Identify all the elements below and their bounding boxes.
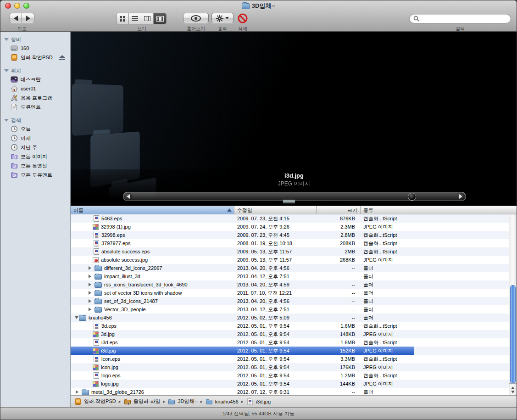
table-row-5463.eps[interactable]: 5463.eps2009. 07. 23, 오전 4:15876KB캡슐화...… — [71, 214, 509, 223]
table-row-32998.eps[interactable]: 32998.eps2009. 07. 23, 오전 4:452.8MB캡슐화..… — [71, 231, 509, 239]
table-row-set_of_3d_icons_21487[interactable]: set_of_3d_icons_214872013. 04. 20, 오후 4:… — [71, 297, 509, 305]
cell-name: different_3d_icons_22067 — [71, 265, 234, 271]
scroll-down-button[interactable] — [509, 390, 517, 396]
column-view-button[interactable] — [141, 13, 154, 24]
back-button[interactable] — [10, 13, 22, 23]
table-row-i3d.eps[interactable]: i3d.eps2012. 05. 01, 오후 9:541.6MB캡슐화...t… — [71, 338, 509, 347]
table-row-knaiho456[interactable]: knaiho4562012. 05. 02, 오후 5:09--폴더 — [71, 314, 509, 322]
sidebar-item-오늘[interactable]: 오늘 — [0, 124, 70, 134]
sidebar-item-도큐멘트[interactable]: 도큐멘트 — [0, 102, 70, 112]
sidebar-item-label: 모든 이미지 — [21, 153, 47, 160]
cell-kind: 캡슐화...tScript — [361, 372, 414, 379]
table-row-absolute success.eps[interactable]: absolute success.eps2009. 05. 13, 오후 11:… — [71, 247, 509, 256]
table-row-metal_3d_globe_21726[interactable]: metal_3d_globe_217262012. 07. 12, 오후 6:3… — [71, 388, 509, 395]
table-row-i3d.jpg[interactable]: i3d.jpg2012. 05. 01, 오후 9:54152KBJPEG 이미… — [71, 347, 509, 355]
table-row-impact_illust_3d[interactable]: impact_illust_3d2013. 04. 12, 오후 7:51--폴… — [71, 272, 509, 280]
disclosure-triangle[interactable] — [89, 283, 93, 286]
coverflow-scroll-left-button[interactable] — [124, 193, 132, 200]
sidebar-group-header[interactable]: 위치 — [0, 67, 70, 75]
cell-name: absolute success.jpg — [71, 257, 234, 263]
cell-name: set_of_3d_icons_21487 — [71, 298, 234, 304]
vertical-scrollbar[interactable] — [509, 214, 517, 395]
coverflow-area[interactable]: camomile heart ✓ 3D DESIGNelements & ico… — [71, 32, 517, 206]
split-resize-handle[interactable] — [283, 200, 295, 203]
table-row-32998 (1).jpg[interactable]: 32998 (1).jpg2009. 07. 24, 오후 9:262.3MBJ… — [71, 223, 509, 231]
cover-folder[interactable] — [72, 84, 123, 136]
table-row-Vector_3D_people[interactable]: Vector_3D_people2013. 04. 12, 오후 7:51--폴… — [71, 305, 509, 314]
disclosure-triangle[interactable] — [89, 291, 93, 295]
eps-file-icon — [94, 339, 99, 346]
cell-size: -- — [317, 265, 361, 271]
coverflow-scroll-right-button[interactable] — [457, 193, 465, 200]
column-header-size[interactable]: 크기 — [317, 206, 361, 214]
table-row-3d.eps[interactable]: 3d.eps2012. 05. 01, 오후 9:541.6MB캡슐화...tS… — [71, 322, 509, 330]
disclosure-triangle[interactable] — [89, 308, 93, 311]
path-segment-일러.작업PSD[interactable]: 일러.작업PSD — [74, 398, 116, 405]
sidebar-group-header[interactable]: 장비 — [0, 35, 70, 44]
scroll-up-button[interactable] — [509, 384, 517, 390]
disclosure-triangle[interactable] — [75, 316, 78, 321]
file-name: i3d.eps — [101, 340, 117, 345]
table-row-different_3d_icons_22067[interactable]: different_3d_icons_220672013. 04. 20, 오후… — [71, 264, 509, 272]
quick-look-button[interactable] — [183, 13, 209, 23]
cell-kind: 캡슐화...tScript — [361, 323, 414, 330]
table-row-set of vector 3D icons with shadow[interactable]: set of vector 3D icons with shadow2011. … — [71, 289, 509, 297]
sidebar-item-모든 이미지[interactable]: 모든 이미지 — [0, 152, 70, 161]
disclosure-triangle[interactable] — [89, 299, 93, 303]
search-field[interactable] — [409, 14, 511, 23]
table-row-icon.jpg[interactable]: icon.jpg2012. 05. 01, 오후 9:54176KBJPEG 이… — [71, 363, 509, 371]
eject-button[interactable] — [59, 55, 66, 62]
table-row-3797977.eps[interactable]: 3797977.eps2008. 01. 19, 오전 10:18208KB캡슐… — [71, 239, 509, 247]
sidebar-item-user01[interactable]: user01 — [0, 84, 70, 93]
disclosure-triangle[interactable] — [76, 390, 80, 394]
path-segment-i3d.jpg[interactable]: i3d.jpg — [246, 398, 271, 405]
sidebar-item-모든 동영상[interactable]: 모든 동영상 — [0, 161, 70, 170]
delete-button[interactable] — [237, 12, 249, 24]
sidebar-group-header[interactable]: 검색 — [0, 116, 70, 124]
cell-size: -- — [317, 298, 361, 304]
file-name: logo.eps — [101, 373, 121, 378]
table-row-rss_icons_translucent_3d_look_4690[interactable]: rss_icons_translucent_3d_look_46902013. … — [71, 280, 509, 289]
table-row-icon.eps[interactable]: icon.eps2012. 05. 01, 오후 9:543.3MB캡슐화...… — [71, 355, 509, 363]
file-name: set of vector 3D icons with shadow — [104, 290, 182, 296]
sidebar-item-데스크탑[interactable]: 데스크탑 — [0, 75, 70, 84]
status-bar: 1/43 선택됨, 55.44GB 사용 가능 — [0, 407, 517, 420]
scrollbar-thumb[interactable] — [510, 285, 516, 384]
sidebar-item-지난 주[interactable]: 지난 주 — [0, 143, 70, 152]
cell-size: 2MB — [317, 249, 361, 254]
disclosure-triangle[interactable] — [89, 266, 93, 270]
column-header-date[interactable]: 수정일 — [234, 206, 317, 214]
forward-button[interactable] — [22, 13, 34, 23]
disclosure-triangle[interactable] — [89, 274, 93, 278]
cell-name: set of vector 3D icons with shadow — [71, 290, 234, 296]
sidebar: 장비160일러.작업PSD위치데스크탑user01응용 프로그램도큐멘트검색오늘… — [0, 32, 71, 407]
path-segment-knaiho456[interactable]: knaiho456 — [206, 398, 239, 405]
search-input[interactable] — [419, 16, 507, 22]
table-row-logo.eps[interactable]: logo.eps2012. 05. 01, 오후 9:541.2MB캡슐화...… — [71, 371, 509, 380]
column-header-extra[interactable] — [414, 206, 509, 214]
path-segment-올일러-파일[interactable]: 올일러-파일 — [124, 398, 161, 405]
coverflow-view-button[interactable] — [154, 13, 166, 24]
sidebar-item-모든 도큐멘트[interactable]: 모든 도큐멘트 — [0, 170, 70, 179]
table-row-absolute success.jpg[interactable]: absolute success.jpg2009. 05. 13, 오후 11:… — [71, 256, 509, 264]
file-name: i3d.jpg — [101, 348, 116, 353]
action-button[interactable] — [211, 13, 233, 23]
cell-date-modified: 2012. 05. 01, 오후 9:54 — [234, 347, 317, 354]
icon-view-button[interactable] — [117, 13, 129, 24]
coverflow-scroll-thumb[interactable] — [408, 193, 416, 201]
list-view-button[interactable] — [129, 13, 141, 24]
sidebar-item-응용 프로그램[interactable]: 응용 프로그램 — [0, 93, 70, 102]
title-bar[interactable]: 3D입체-- — [0, 0, 517, 11]
file-name: Vector_3D_people — [104, 307, 146, 312]
sidebar-item-어제[interactable]: 어제 — [0, 134, 70, 143]
cell-kind: 폴더 — [361, 389, 414, 395]
path-segment-3D입체--[interactable]: 3D입체-- — [168, 398, 197, 405]
sidebar-item-160[interactable]: 160 — [0, 44, 70, 53]
sidebar-item-label: 데스크탑 — [21, 76, 41, 83]
sidebar-item-일러.작업PSD[interactable]: 일러.작업PSD — [0, 53, 70, 62]
table-row-logo.jpg[interactable]: logo.jpg2012. 05. 01, 오후 9:54144KBJPEG 이… — [71, 380, 509, 388]
column-header-kind[interactable]: 종류 — [361, 206, 414, 214]
cell-kind: JPEG 이미지 — [361, 257, 414, 263]
column-header-name[interactable]: 이름 — [71, 206, 234, 214]
table-row-3d.jpg[interactable]: 3d.jpg2012. 05. 01, 오후 9:54148KBJPEG 이미지 — [71, 330, 509, 338]
